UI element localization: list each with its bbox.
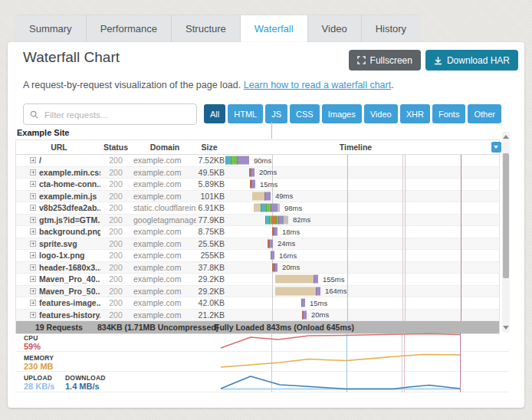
filter-button-xhr[interactable]: XHR: [400, 104, 430, 123]
scrollbar-up-arrow-icon[interactable]: [503, 135, 509, 139]
waterfall-help-link[interactable]: Learn how to read a waterfall chart: [244, 80, 391, 90]
fullscreen-button[interactable]: Fullscreen: [349, 50, 421, 71]
status-code: 200: [102, 226, 130, 237]
expand-icon[interactable]: [30, 217, 36, 223]
request-size: 37.8KB: [194, 262, 225, 273]
request-url: features-history...: [39, 310, 100, 320]
waterfall-bar: 164ms: [275, 287, 347, 295]
bar-segment: [231, 156, 237, 165]
expand-icon[interactable]: [30, 276, 36, 282]
filter-button-other[interactable]: Other: [468, 104, 501, 123]
request-time: 20ms: [311, 310, 329, 320]
expand-icon[interactable]: [30, 312, 36, 318]
scrollbar-thumb[interactable]: [503, 153, 509, 278]
waterfall-bar: 82ms: [265, 215, 310, 224]
expand-icon[interactable]: [30, 228, 36, 235]
fullscreen-icon: [357, 56, 366, 64]
table-row[interactable]: Maven_Pro_40...200example.com29.2KB155ms: [16, 274, 499, 286]
expand-icon[interactable]: [30, 181, 36, 187]
filter-button-all[interactable]: All: [204, 104, 225, 123]
tab-video[interactable]: Video: [308, 15, 362, 42]
table-row[interactable]: features-image....200example.com42.0KB15…: [16, 297, 499, 310]
search-icon: [30, 110, 38, 119]
download-line: [221, 376, 460, 389]
waterfall-bar: 49ms: [252, 192, 293, 200]
scrollbar-down-arrow-icon[interactable]: [503, 326, 509, 330]
filter-button-html[interactable]: HTML: [228, 104, 263, 123]
column-header-url: URL: [16, 140, 102, 154]
expand-icon[interactable]: [30, 169, 36, 176]
status-code: 200: [102, 286, 130, 297]
request-time: 15ms: [310, 297, 327, 308]
status-code: 200: [102, 167, 130, 178]
table-row[interactable]: /200example.com7.52KB90ms: [16, 155, 499, 167]
cpu-label: CPU: [24, 334, 38, 342]
filter-button-video[interactable]: Video: [364, 104, 398, 123]
table-row[interactable]: example.min.css200example.com49.5KB20ms: [16, 167, 499, 179]
table-row[interactable]: sprite.svg200example.com25.5KB24ms: [16, 238, 499, 251]
table-scrollbar[interactable]: [502, 132, 510, 333]
table-row[interactable]: Maven_Pro_50...200example.com29.2KB164ms: [16, 286, 499, 298]
tab-history[interactable]: History: [362, 15, 420, 42]
expand-icon[interactable]: [30, 241, 36, 247]
table-body: /200example.com7.52KB90msexample.min.css…: [16, 155, 499, 321]
filter-button-css[interactable]: CSS: [290, 104, 320, 123]
status-code: 200: [102, 238, 130, 249]
request-size: 7.52KB: [194, 155, 225, 166]
filter-button-js[interactable]: JS: [265, 104, 287, 123]
request-size: 6.91KB: [194, 202, 225, 213]
column-header-timeline: Timeline: [225, 140, 486, 154]
table-row[interactable]: header-1680x3...200example.com37.8KB20ms: [16, 262, 499, 274]
filter-input[interactable]: [43, 105, 195, 125]
expand-icon[interactable]: [30, 288, 36, 294]
timeline-options-button[interactable]: [491, 142, 501, 153]
request-url: features-image....: [39, 297, 100, 308]
request-domain: example.com: [133, 155, 196, 166]
download-icon: [434, 56, 442, 65]
request-url: Maven_Pro_50...: [39, 286, 100, 297]
bar-segment: [271, 251, 274, 260]
request-time: 82ms: [293, 215, 310, 225]
table-row[interactable]: features-history...200example.com21.2KB2…: [16, 310, 499, 322]
tab-waterfall[interactable]: Waterfall: [241, 15, 308, 42]
request-url: example.min.css: [39, 167, 100, 178]
column-header-status: Status: [102, 140, 130, 154]
expand-icon[interactable]: [30, 264, 36, 271]
table-row[interactable]: cta-home-conn...200example.com5.89KB15ms: [16, 179, 499, 191]
table-row[interactable]: example.min.js200example.com101KB49ms: [16, 191, 499, 203]
request-time: 49ms: [275, 191, 293, 202]
table-row[interactable]: gtm.js?id=GTM...200googletagmanager.c...…: [16, 215, 499, 227]
tab-structure[interactable]: Structure: [172, 15, 241, 42]
expand-icon[interactable]: [30, 205, 36, 211]
filter-button-group: AllHTMLJSCSSImagesVideoXHRFontsOther: [204, 104, 501, 123]
request-domain: example.com: [133, 179, 196, 189]
request-url: example.min.js: [39, 191, 97, 202]
page-title: Waterfall Chart: [23, 49, 120, 66]
bar-segment: [301, 299, 305, 307]
request-domain: example.com: [133, 310, 196, 320]
request-size: 101KB: [194, 191, 225, 202]
expand-icon[interactable]: [30, 157, 36, 163]
expand-icon[interactable]: [30, 252, 36, 258]
expand-icon[interactable]: [30, 300, 36, 306]
filter-button-images[interactable]: Images: [322, 104, 362, 123]
table-row[interactable]: v8b253dfea2ab...200static.cloudflareinsi…: [16, 202, 499, 215]
request-size: 5.89KB: [194, 179, 225, 189]
bar-segment: [225, 156, 231, 165]
download-har-label: Download HAR: [447, 55, 510, 66]
column-header-domain: Domain: [133, 140, 196, 154]
tab-performance[interactable]: Performance: [87, 15, 172, 42]
request-domain: example.com: [133, 274, 196, 284]
request-domain: example.com: [133, 226, 196, 237]
expand-icon[interactable]: [30, 193, 36, 199]
filter-button-fonts[interactable]: Fonts: [432, 104, 466, 123]
request-url: sprite.svg: [39, 238, 77, 249]
table-row[interactable]: background.png200example.com8.75KB18ms: [16, 226, 499, 238]
table-row[interactable]: logo-1x.png200example.com255KB16ms: [16, 250, 499, 262]
tab-summary[interactable]: Summary: [15, 15, 87, 42]
table-header: URL Status Domain Size Timeline: [16, 140, 499, 155]
summary-load-time: Fully Loaded 843ms (Onload 645ms): [215, 321, 354, 333]
memory-value: 230 MB: [24, 362, 54, 371]
download-har-button[interactable]: Download HAR: [425, 50, 518, 71]
status-code: 200: [102, 250, 130, 261]
